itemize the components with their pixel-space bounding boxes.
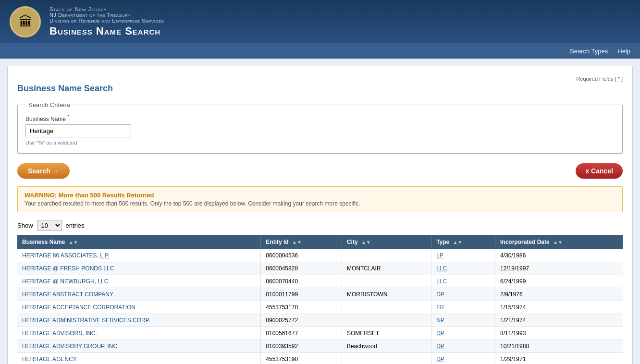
cell-business-name: HERITAGE 86 ASSOCIATES, L.P. bbox=[17, 249, 261, 262]
cell-city bbox=[342, 301, 431, 314]
table-row: HERITAGE ADMINISTRATIVE SERVICES CORP.09… bbox=[17, 314, 623, 327]
search-criteria-legend: Search Criteria bbox=[25, 101, 73, 109]
table-row: HERITAGE ABSTRACT COMPANY0100011799MORRI… bbox=[17, 288, 623, 301]
table-row: HERITAGE @ FRESH PONDS LLC0600045828MONT… bbox=[17, 262, 623, 275]
table-row: HERITAGE AGENCY4553753190DP1/29/1971 bbox=[17, 353, 623, 364]
cell-incorporated-date: 8/11/1993 bbox=[495, 327, 623, 340]
wildcard-hint: Use "%" as a wildcard bbox=[25, 140, 615, 146]
dept-line: NJ Department of the Treasury bbox=[49, 12, 164, 18]
cell-city bbox=[342, 249, 431, 262]
business-name-label: Business Name * bbox=[25, 114, 615, 122]
cell-entity-id: 0100561677 bbox=[261, 327, 342, 340]
type-link[interactable]: LP bbox=[436, 252, 443, 259]
cancel-button[interactable]: x Cancel bbox=[576, 163, 623, 179]
cell-type: LLC bbox=[431, 275, 495, 288]
sort-arrows-incorporated-date: ▲▼ bbox=[553, 240, 563, 245]
col-header-incorporated-date[interactable]: Incorporated Date ▲▼ bbox=[495, 235, 623, 249]
type-link[interactable]: DP bbox=[436, 356, 444, 363]
show-entries-row: Show 10 25 50 100 entries bbox=[17, 220, 623, 231]
cell-city: MONTCLAIR bbox=[342, 262, 431, 275]
sort-arrows-city: ▲▼ bbox=[361, 240, 371, 245]
cell-incorporated-date: 1/29/1971 bbox=[495, 353, 623, 364]
type-link[interactable]: DP bbox=[436, 291, 444, 298]
cell-business-name: HERITAGE @ FRESH PONDS LLC bbox=[17, 262, 261, 275]
table-row: HERITAGE ADVISORY GROUP, INC.0100393592B… bbox=[17, 340, 623, 353]
cell-type: DP bbox=[431, 340, 495, 353]
cell-entity-id: 0600070440 bbox=[261, 275, 342, 288]
cell-type: DP bbox=[431, 288, 495, 301]
show-label: Show bbox=[17, 222, 33, 229]
cell-business-name: HERITAGE ADVISORY GROUP, INC. bbox=[17, 340, 261, 353]
cell-incorporated-date: 4/30/1986 bbox=[495, 249, 623, 262]
app-title: Business Name Search bbox=[49, 25, 164, 37]
col-header-type[interactable]: Type ▲▼ bbox=[431, 235, 495, 249]
col-header-city[interactable]: City ▲▼ bbox=[342, 235, 431, 249]
cell-type: LLC bbox=[431, 262, 495, 275]
type-link[interactable]: DP bbox=[436, 330, 444, 337]
type-link[interactable]: DP bbox=[436, 343, 444, 350]
cell-type: NP bbox=[431, 314, 495, 327]
div-line: Division of Revenue and Enterprise Servi… bbox=[49, 18, 164, 24]
entries-select[interactable]: 10 25 50 100 bbox=[37, 220, 62, 231]
cell-business-name: HERITAGE ACCEPTANCE CORPORATION bbox=[17, 301, 261, 314]
cell-incorporated-date: 1/21/1974 bbox=[495, 314, 623, 327]
type-link[interactable]: LLC bbox=[436, 278, 447, 285]
cell-city: SOMERSET bbox=[342, 327, 431, 340]
sort-arrows-entity-id: ▲▼ bbox=[292, 240, 302, 245]
cell-entity-id: 4553753190 bbox=[261, 353, 342, 364]
business-name-type-link[interactable]: L.P. bbox=[100, 252, 110, 259]
warning-text: Your searched resulted in more than 500 … bbox=[25, 200, 615, 207]
header: 🏛 State of New Jersey NJ Department of t… bbox=[0, 0, 640, 43]
cell-type: FR bbox=[431, 301, 495, 314]
cell-incorporated-date: 10/21/1988 bbox=[495, 340, 623, 353]
table-row: HERITAGE 86 ASSOCIATES, L.P.0600004536LP… bbox=[17, 249, 623, 262]
cell-entity-id: 0100393592 bbox=[261, 340, 342, 353]
results-table: Business Name ▲▼ Entity Id ▲▼ City ▲▼ Ty… bbox=[17, 235, 623, 364]
cell-incorporated-date: 6/24/1999 bbox=[495, 275, 623, 288]
header-text: State of New Jersey NJ Department of the… bbox=[49, 6, 164, 37]
cell-business-name: HERITAGE ADMINISTRATIVE SERVICES CORP. bbox=[17, 314, 261, 327]
cell-type: DP bbox=[431, 353, 495, 364]
type-link[interactable]: NP bbox=[436, 317, 444, 324]
cell-incorporated-date: 12/19/1997 bbox=[495, 262, 623, 275]
cell-business-name: HERITAGE ADVISORS, INC. bbox=[17, 327, 261, 340]
warning-box: WARNING: More than 500 Results Returned … bbox=[17, 186, 623, 212]
search-types-link[interactable]: Search Types bbox=[570, 48, 608, 55]
buttons-row: Search → x Cancel bbox=[17, 163, 623, 179]
main-content: Required Fields [ * ] Business Name Sear… bbox=[7, 66, 633, 364]
state-line: State of New Jersey bbox=[49, 6, 164, 12]
type-link[interactable]: FR bbox=[436, 304, 444, 311]
sort-arrows-business-name: ▲▼ bbox=[69, 240, 78, 245]
col-header-business-name[interactable]: Business Name ▲▼ bbox=[17, 235, 261, 249]
warning-title: WARNING: More than 500 Results Returned bbox=[25, 192, 615, 199]
cell-city: MORRISTOWN bbox=[342, 288, 431, 301]
entries-label: entries bbox=[66, 222, 85, 229]
sort-arrows-type: ▲▼ bbox=[453, 240, 463, 245]
cell-incorporated-date: 2/9/1976 bbox=[495, 288, 623, 301]
cell-entity-id: 0100011799 bbox=[261, 288, 342, 301]
business-name-input[interactable] bbox=[25, 124, 131, 137]
required-note: Required Fields [ * ] bbox=[17, 76, 623, 82]
cell-entity-id: 0600004536 bbox=[261, 249, 342, 262]
cell-business-name: HERITAGE @ NEWBURGH, LLC bbox=[17, 275, 261, 288]
cell-city: Beachwood bbox=[342, 340, 431, 353]
cell-entity-id: 4553753170 bbox=[261, 301, 342, 314]
cell-business-name: HERITAGE ABSTRACT COMPANY bbox=[17, 288, 261, 301]
page-title: Business Name Search bbox=[17, 84, 623, 94]
cell-city bbox=[342, 353, 431, 364]
cell-entity-id: 0600045828 bbox=[261, 262, 342, 275]
table-header-row: Business Name ▲▼ Entity Id ▲▼ City ▲▼ Ty… bbox=[17, 235, 623, 249]
help-link[interactable]: Help bbox=[617, 48, 630, 55]
search-button[interactable]: Search → bbox=[17, 163, 70, 179]
nav-bar: Search Types Help bbox=[0, 43, 640, 59]
cell-type: DP bbox=[431, 327, 495, 340]
cell-business-name: HERITAGE AGENCY bbox=[17, 353, 261, 364]
table-row: HERITAGE ACCEPTANCE CORPORATION455375317… bbox=[17, 301, 623, 314]
type-link[interactable]: LLC bbox=[436, 265, 447, 272]
cell-type: LP bbox=[431, 249, 495, 262]
cell-city bbox=[342, 275, 431, 288]
col-header-entity-id[interactable]: Entity Id ▲▼ bbox=[261, 235, 342, 249]
state-seal: 🏛 bbox=[10, 6, 41, 37]
cell-incorporated-date: 1/15/1974 bbox=[495, 301, 623, 314]
table-row: HERITAGE ADVISORS, INC.0100561677SOMERSE… bbox=[17, 327, 623, 340]
